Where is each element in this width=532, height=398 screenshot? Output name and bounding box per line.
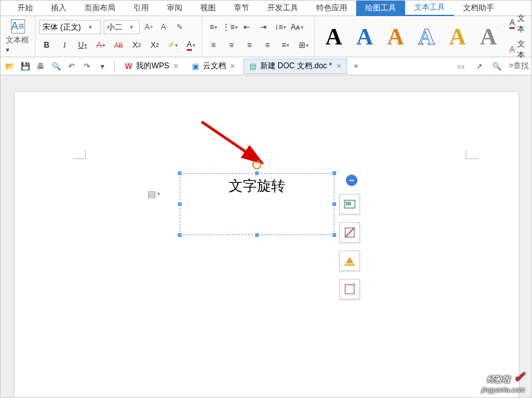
wps-icon: W [125,62,132,71]
fill-options-button[interactable] [339,222,360,243]
print-icon[interactable]: 🖶 [34,60,47,73]
selected-textbox[interactable]: 文字旋转 [180,173,334,235]
distribute-button[interactable]: ≡ [278,38,292,52]
wordart-style-5[interactable]: A [442,22,472,52]
doc-icon: ▤ [249,62,256,71]
layout-options-button[interactable] [339,194,360,214]
tab-chapter[interactable]: 章节 [225,1,258,16]
wordart-style-3[interactable]: A [381,22,410,52]
save-icon[interactable]: 💾 [19,60,32,73]
superscript-button[interactable]: X2 [129,38,144,52]
tab-review[interactable]: 审阅 [158,1,191,16]
font-name-select[interactable]: 宋体 (正文) [39,20,101,34]
doc-tab-mywps[interactable]: W 我的WPS ✕ [120,59,184,74]
page[interactable]: ▤▾ 文字旋转 − [15,92,518,398]
wordart-group: A A A A A A [315,16,507,57]
svg-line-4 [345,228,354,237]
highlight-button[interactable]: ✐ [166,38,180,52]
svg-line-0 [202,122,262,163]
increase-font-button[interactable]: A+ [142,21,155,33]
paragraph-group: ≡ ⋮≡ ⇤ ⇥ ↕≡ Aᴀ ≡ ≡ ≡ ≡ ≡ ⊞ [202,16,315,57]
resize-handle-tl[interactable] [177,171,182,176]
bullets-button[interactable]: ≡ [206,20,220,34]
tab-reference[interactable]: 引用 [124,1,158,16]
close-tab-icon[interactable]: ✕ [336,62,341,70]
doc-tab-cloud[interactable]: ▣ 云文档 ✕ [187,59,241,74]
wordart-style-2[interactable]: A [350,22,379,52]
borders-button[interactable]: ⊞ [296,38,310,52]
qat-dropdown-icon[interactable]: ▾ [96,60,109,73]
tab-view[interactable]: 视图 [191,1,225,16]
tab-dev[interactable]: 开发工具 [258,1,307,16]
tab-doc-helper[interactable]: 文档助手 [454,1,503,16]
underline-button[interactable]: U [75,38,90,52]
align-center-button[interactable]: ≡ [224,38,238,52]
collapse-options-button[interactable]: − [346,175,357,186]
wordart-style-4[interactable]: A [412,22,441,52]
svg-rect-2 [346,202,351,205]
shape-options-button[interactable] [339,279,360,299]
tab-insert[interactable]: 插入 [42,1,75,16]
clear-format-button[interactable]: ✎ [173,21,186,33]
page-icon: ▤ [147,189,156,199]
rotate-handle[interactable] [252,160,262,170]
outline-options-button[interactable] [339,251,360,271]
font-size-select[interactable]: 小二 [104,20,140,34]
italic-button[interactable]: I [57,38,71,52]
add-tab-button[interactable]: + [350,60,363,73]
resize-handle-br[interactable] [332,232,337,238]
textbox-icon[interactable]: A≡ [11,19,25,33]
textbox-label: 文本框 ▾ [6,35,30,54]
numbering-button[interactable]: ⋮≡ [223,20,237,34]
share-icon[interactable]: ↗ [473,60,486,73]
search-label[interactable]: >查找 [509,61,529,71]
resize-handle-t[interactable] [254,171,260,176]
check-icon: ✓ [513,369,525,385]
tab-special[interactable]: 特色应用 [307,1,356,16]
paste-options-tag[interactable]: ▤▾ [147,189,160,199]
decrease-font-button[interactable]: A- [158,21,171,33]
resize-handle-r[interactable] [332,202,337,207]
tab-start[interactable]: 开始 [8,1,42,16]
textbox-group: A≡ 文本框 ▾ [1,16,35,57]
open-icon[interactable]: 📂 [3,60,16,73]
quick-access-toolbar: 📂 💾 🖶 🔍 ↶ ↷ ▾ W 我的WPS ✕ ▣ 云文档 ✕ ▤ 新建 DOC… [1,57,531,75]
resize-handle-l[interactable] [177,202,182,207]
align-justify-button[interactable]: ≡ [260,38,274,52]
case-button[interactable]: Aᴀ [290,20,304,34]
margin-corner-tr [466,150,479,159]
wordart-style-6[interactable]: A [473,22,503,52]
align-right-button[interactable]: ≡ [242,38,256,52]
tab-layout[interactable]: 页面布局 [75,1,124,16]
workspace: ▤▾ 文字旋转 − [1,75,531,398]
text-outline-button[interactable]: A 文本 [509,39,529,61]
align-left-button[interactable]: ≡ [206,38,220,52]
strike-button[interactable]: A [93,38,108,52]
subscript-button[interactable]: X2 [147,38,162,52]
close-tab-icon[interactable]: ✕ [173,62,178,70]
bold-button[interactable]: B [39,38,53,52]
text-fill-button[interactable]: A 文本 [509,13,529,35]
text-effects-group: A 文本 A 文本 [507,16,531,57]
resize-handle-bl[interactable] [177,232,182,238]
line-height-button[interactable]: ↕≡ [273,20,287,34]
tab-draw-tools[interactable]: 绘图工具 [356,1,405,16]
wordart-style-1[interactable]: A [319,22,348,52]
doc-tab-current[interactable]: ▤ 新建 DOC 文档.doc * ✕ [243,59,347,74]
font-color-button[interactable]: A [184,38,198,52]
resize-handle-tr[interactable] [332,171,337,176]
undo-icon[interactable]: ↶ [65,60,78,73]
resize-handle-b[interactable] [254,232,260,238]
annotation-arrow [195,118,285,178]
close-tab-icon[interactable]: ✕ [230,62,235,70]
window-icon[interactable]: ▭ [455,60,468,73]
indent-inc-button[interactable]: ⇥ [256,20,271,34]
search-icon[interactable]: 🔍 [491,60,504,73]
indent-dec-button[interactable]: ⇤ [240,20,254,34]
redo-icon[interactable]: ↷ [81,60,93,73]
watermark: 经验啦 ✓ jingyanla.com [482,369,525,393]
tab-text-tools[interactable]: 文本工具 [405,1,454,16]
strike2-button[interactable]: AB [111,38,126,52]
preview-icon[interactable]: 🔍 [50,60,62,73]
textbox-content[interactable]: 文字旋转 [180,174,334,198]
